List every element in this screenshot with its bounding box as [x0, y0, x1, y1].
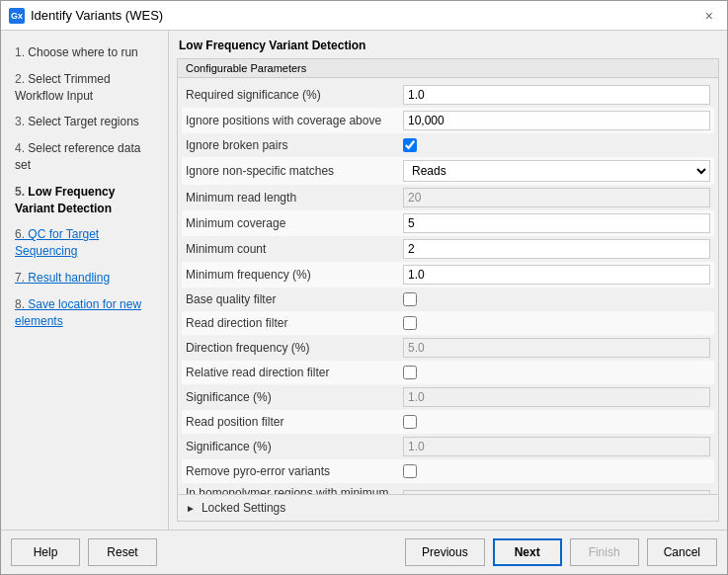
section-title: Low Frequency Variant Detection	[177, 39, 719, 52]
param-row-min_count: Minimum count	[182, 236, 714, 262]
param-checkbox-remove_pyro_error[interactable]	[403, 464, 417, 478]
main-panel: Low Frequency Variant Detection Configur…	[169, 31, 727, 530]
param-input-required_significance[interactable]	[403, 85, 710, 105]
sidebar-item-step5: 5. Low Frequency Variant Detection	[9, 180, 160, 221]
reset-button[interactable]: Reset	[88, 538, 157, 566]
param-label-remove_pyro_error: Remove pyro-error variants	[186, 464, 403, 478]
footer-right: Previous Next Finish Cancel	[405, 538, 717, 566]
param-row-remove_pyro_error: Remove pyro-error variants	[182, 459, 714, 483]
sidebar-item-step2: 2. Select Trimmed Workflow Input	[9, 67, 160, 109]
locked-settings-label: Locked Settings	[202, 501, 285, 515]
param-row-ignore_non_specific: Ignore non-specific matchesReadsNoneRead…	[182, 157, 714, 185]
footer: Help Reset Previous Next Finish Cancel	[1, 530, 727, 574]
sidebar: 1. Choose where to run2. Select Trimmed …	[1, 31, 169, 530]
param-row-min_read_length: Minimum read length	[182, 185, 714, 210]
param-checkbox-read_direction_filter[interactable]	[403, 316, 417, 330]
title-bar: Gx Identify Variants (WES) ×	[1, 1, 727, 31]
param-row-min_frequency: Minimum frequency (%)	[182, 262, 714, 288]
params-scroll: Required significance (%)Ignore position…	[178, 78, 718, 494]
group-box: Configurable Parameters Required signifi…	[177, 58, 719, 522]
param-label-significance_pct: Significance (%)	[186, 390, 403, 404]
app-icon: Gx	[9, 8, 25, 24]
param-checkbox-relative_read_direction[interactable]	[403, 366, 417, 379]
sidebar-item-step1: 1. Choose where to run	[9, 41, 160, 65]
param-row-ignore_broken_pairs: Ignore broken pairs	[182, 133, 714, 157]
param-row-min_coverage: Minimum coverage	[182, 210, 714, 236]
param-label-read_direction_filter: Read direction filter	[186, 316, 403, 330]
param-label-min_count: Minimum count	[186, 242, 403, 256]
param-label-direction_frequency: Direction frequency (%)	[186, 341, 403, 355]
param-row-read_position_filter: Read position filter	[182, 410, 714, 434]
group-box-title: Configurable Parameters	[178, 59, 718, 78]
param-label-ignore_broken_pairs: Ignore broken pairs	[186, 138, 403, 152]
step-number: 8.	[15, 297, 25, 311]
param-select-ignore_non_specific[interactable]: ReadsNoneReads and paired reads	[403, 160, 710, 182]
title-bar-left: Gx Identify Variants (WES)	[9, 8, 163, 24]
step-number: 6.	[15, 227, 25, 241]
param-row-base_quality_filter: Base quality filter	[182, 288, 714, 311]
param-input-min_read_length	[403, 188, 710, 207]
step-number: 1.	[15, 45, 25, 59]
sidebar-item-step4: 4. Select reference data set	[9, 136, 160, 178]
param-label-required_significance: Required significance (%)	[186, 88, 403, 102]
param-input-direction_frequency	[403, 338, 710, 358]
param-checkbox-ignore_broken_pairs[interactable]	[403, 138, 417, 152]
param-input-min_count[interactable]	[403, 239, 710, 259]
param-row-read_direction_filter: Read direction filter	[182, 311, 714, 335]
param-label-ignore_coverage: Ignore positions with coverage above	[186, 114, 403, 127]
main-window: Gx Identify Variants (WES) × 1. Choose w…	[0, 0, 728, 575]
param-checkbox-read_position_filter[interactable]	[403, 415, 417, 429]
step-number: 4.	[15, 141, 25, 155]
content-area: 1. Choose where to run2. Select Trimmed …	[1, 31, 727, 530]
param-input-min_coverage[interactable]	[403, 213, 710, 233]
sidebar-item-step6[interactable]: 6. QC for Target Sequencing	[9, 222, 160, 264]
window-title: Identify Variants (WES)	[31, 8, 163, 23]
param-label-in_homopolymer: In homopolymer regions with minimum leng…	[186, 486, 403, 494]
step-number: 2.	[15, 72, 25, 86]
param-row-relative_read_direction: Relative read direction filter	[182, 361, 714, 384]
cancel-button[interactable]: Cancel	[647, 538, 717, 566]
param-label-min_frequency: Minimum frequency (%)	[186, 268, 403, 282]
param-row-required_significance: Required significance (%)	[182, 82, 714, 108]
param-input-min_frequency[interactable]	[403, 265, 710, 285]
param-row-significance_pct: Significance (%)	[182, 384, 714, 410]
param-row-in_homopolymer: In homopolymer regions with minimum leng…	[182, 483, 714, 494]
next-button[interactable]: Next	[493, 538, 562, 566]
help-button[interactable]: Help	[11, 538, 80, 566]
locked-settings-row[interactable]: ► Locked Settings	[178, 494, 718, 521]
finish-button[interactable]: Finish	[570, 538, 639, 566]
close-button[interactable]: ×	[699, 6, 719, 26]
previous-button[interactable]: Previous	[405, 538, 485, 566]
param-label-min_coverage: Minimum coverage	[186, 216, 403, 230]
locked-settings-arrow: ►	[186, 503, 196, 514]
param-row-direction_frequency: Direction frequency (%)	[182, 335, 714, 361]
sidebar-item-step7[interactable]: 7. Result handling	[9, 266, 160, 290]
param-row-significance_pct2: Significance (%)	[182, 434, 714, 459]
param-label-ignore_non_specific: Ignore non-specific matches	[186, 164, 403, 178]
footer-left: Help Reset	[11, 538, 157, 566]
step-number: 3.	[15, 115, 25, 128]
sidebar-item-step3: 3. Select Target regions	[9, 110, 160, 134]
param-label-read_position_filter: Read position filter	[186, 415, 403, 429]
param-label-significance_pct2: Significance (%)	[186, 440, 403, 453]
param-input-significance_pct	[403, 387, 710, 407]
param-label-min_read_length: Minimum read length	[186, 191, 403, 205]
param-input-significance_pct2	[403, 437, 710, 456]
step-number: 5.	[15, 185, 25, 199]
sidebar-item-step8[interactable]: 8. Save location for new elements	[9, 292, 160, 334]
param-row-ignore_coverage: Ignore positions with coverage above	[182, 108, 714, 133]
param-label-relative_read_direction: Relative read direction filter	[186, 366, 403, 379]
param-label-base_quality_filter: Base quality filter	[186, 292, 403, 306]
param-input-ignore_coverage[interactable]	[403, 111, 710, 130]
param-checkbox-base_quality_filter[interactable]	[403, 292, 417, 306]
step-number: 7.	[15, 271, 25, 285]
